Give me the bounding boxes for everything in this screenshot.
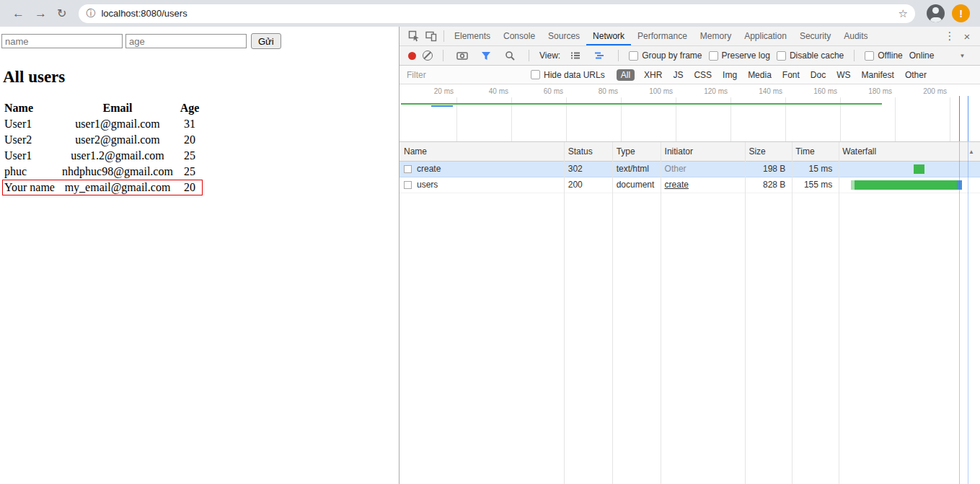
disable-cache-checkbox[interactable]: Disable cache [777, 50, 844, 61]
devtools-tab-application[interactable]: Application [738, 27, 793, 45]
offline-label: Offline [878, 50, 902, 61]
timeline-tick-label: 20 ms [412, 87, 454, 95]
name-input[interactable] [1, 34, 123, 48]
network-col-size[interactable]: Size [744, 142, 791, 161]
network-filter-bar: Hide data URLs AllXHRJSCSSImgMediaFontDo… [399, 66, 980, 84]
filter-pill-all[interactable]: All [617, 69, 635, 81]
devtools-tab-performance[interactable]: Performance [631, 27, 694, 45]
url-bar[interactable]: ⓘ localhost:8080/users ☆ [79, 4, 915, 23]
timeline-tick-label: 40 ms [467, 87, 508, 95]
overview-requests-line-blue [431, 105, 453, 107]
network-col-type[interactable]: Type [612, 142, 661, 161]
filter-pill-img[interactable]: Img [721, 69, 738, 81]
search-icon[interactable] [501, 47, 518, 64]
filter-pill-doc[interactable]: Doc [809, 69, 827, 81]
timeline-tick-label: 80 ms [576, 87, 618, 95]
devtools-tab-network[interactable]: Network [586, 27, 631, 45]
network-col-time[interactable]: Time [791, 142, 838, 161]
initiator-text: Other [661, 162, 745, 177]
browser-menu-update-badge[interactable]: ! [952, 4, 970, 22]
checkbox-icon [531, 70, 540, 79]
bookmark-star-icon[interactable]: ☆ [899, 7, 908, 20]
age-input[interactable] [125, 34, 247, 48]
resource-type-filters: AllXHRJSCSSImgMediaFontDocWSManifestOthe… [617, 69, 928, 81]
network-col-waterfall[interactable]: Waterfall▲ [838, 142, 980, 161]
initiator-link[interactable]: create [661, 177, 745, 193]
hide-data-urls-checkbox[interactable]: Hide data URLs [531, 70, 605, 80]
users-table-header: NameEmailAge [3, 101, 202, 115]
devtools-tabbar: ElementsConsoleSourcesNetworkPerformance… [399, 27, 980, 46]
user-cell: phuc [3, 164, 58, 179]
throttling-select[interactable]: Online [909, 50, 935, 61]
chevron-down-icon[interactable]: ▼ [959, 53, 965, 59]
filter-pill-css[interactable]: CSS [692, 69, 713, 81]
network-request-row[interactable]: users200documentcreate828 B155 ms [399, 177, 980, 193]
page-info-icon[interactable]: ⓘ [86, 7, 95, 20]
inspect-element-icon[interactable] [405, 27, 423, 45]
network-col-status[interactable]: Status [564, 142, 612, 161]
submit-button[interactable]: Gửi [251, 33, 281, 49]
preserve-log-checkbox[interactable]: Preserve log [709, 50, 770, 61]
network-cell: 302 [564, 162, 612, 177]
checkbox-icon [629, 51, 638, 61]
network-col-initiator[interactable]: Initiator [661, 142, 745, 161]
user-cell: User2 [3, 133, 58, 147]
network-cell: 15 ms [791, 162, 838, 177]
record-button[interactable] [408, 52, 416, 60]
users-table: NameEmailAge User1user1@gmail.com31User2… [1, 100, 203, 196]
profile-avatar[interactable] [927, 4, 945, 22]
network-toolbar: View: Group by frame Preserve log Disabl… [399, 46, 980, 66]
domcontentloaded-event-line [968, 96, 968, 141]
devtools-tab-console[interactable]: Console [497, 27, 542, 45]
filter-pill-manifest[interactable]: Manifest [860, 69, 896, 81]
user-row: User1user1@gmail.com31 [3, 117, 202, 131]
waterfall-bar [855, 180, 957, 190]
user-cell: user2@gmail.com [59, 133, 176, 147]
filter-input[interactable] [405, 69, 516, 81]
filter-pill-js[interactable]: JS [671, 69, 684, 81]
user-cell: Your name [3, 180, 58, 195]
column-separator [792, 142, 793, 484]
user-form: Gửi [1, 33, 399, 49]
network-table-header: NameStatusTypeInitiatorSizeTimeWaterfall… [399, 142, 980, 162]
preserve-log-label: Preserve log [722, 50, 770, 61]
group-by-frame-label: Group by frame [642, 50, 702, 61]
devtools-tab-audits[interactable]: Audits [837, 27, 874, 45]
divider [443, 50, 443, 61]
filter-pill-other[interactable]: Other [904, 69, 928, 81]
network-cell: document [612, 177, 661, 193]
clear-icon[interactable] [423, 50, 433, 61]
filter-pill-xhr[interactable]: XHR [643, 69, 663, 81]
checkbox-icon [709, 51, 718, 61]
back-icon[interactable]: ← [12, 7, 25, 19]
forward-icon[interactable]: → [35, 7, 47, 19]
timeline-tick-label: 140 ms [741, 87, 782, 95]
devtools-tab-sources[interactable]: Sources [542, 27, 586, 45]
filter-pill-font[interactable]: Font [781, 69, 801, 81]
domcontentloaded-event-line [968, 142, 968, 484]
checkbox-icon [777, 51, 786, 61]
device-toolbar-icon[interactable] [423, 27, 440, 45]
group-by-frame-checkbox[interactable]: Group by frame [629, 50, 702, 61]
offline-checkbox[interactable]: Offline [865, 50, 902, 61]
filter-pill-media[interactable]: Media [746, 69, 773, 81]
user-cell: 20 [177, 180, 202, 195]
filter-pill-ws[interactable]: WS [835, 69, 852, 81]
network-request-row[interactable]: create302text/htmlOther198 B15 ms [399, 162, 980, 177]
devtools-tab-security[interactable]: Security [793, 27, 837, 45]
network-cell: create [399, 162, 564, 177]
devtools-menu-icon[interactable]: ⋮ [941, 27, 958, 45]
devtools-tab-memory[interactable]: Memory [694, 27, 738, 45]
timeline-view-icon[interactable] [591, 47, 608, 64]
reload-icon[interactable]: ↻ [57, 8, 66, 19]
filter-funnel-icon[interactable] [477, 47, 495, 64]
devtools-tab-elements[interactable]: Elements [448, 27, 497, 45]
devtools-close-icon[interactable]: × [958, 27, 976, 45]
checkbox-icon [865, 51, 874, 61]
network-timeline-overview[interactable]: 20 ms40 ms60 ms80 ms100 ms120 ms140 ms16… [399, 84, 980, 142]
request-name: users [417, 177, 438, 193]
timeline-tick-label: 160 ms [795, 87, 837, 95]
list-view-icon[interactable] [567, 47, 584, 64]
capture-screenshots-icon[interactable] [454, 47, 471, 64]
network-col-name[interactable]: Name [399, 142, 564, 161]
